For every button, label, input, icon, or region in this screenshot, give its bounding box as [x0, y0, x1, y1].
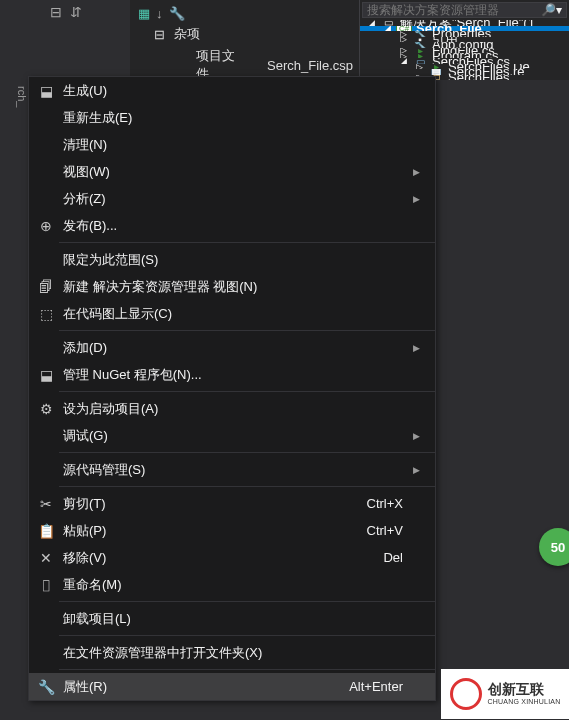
search-box[interactable]: 🔎▾	[362, 2, 567, 18]
editor-gutter: ⊟⇵	[0, 0, 130, 80]
publish-icon: ⊕	[33, 215, 59, 237]
submenu-arrow-icon: ▶	[413, 431, 427, 441]
paste-icon: 📋	[33, 520, 59, 542]
submenu-arrow-icon: ▶	[413, 194, 427, 204]
logo-text-cn: 创新互联	[488, 681, 561, 698]
ctx-build[interactable]: ⬓ 生成(U)	[29, 77, 435, 104]
ctx-analyze[interactable]: 分析(Z) ▶	[29, 185, 435, 212]
shortcut-label: Ctrl+X	[367, 496, 413, 511]
ctx-new-view[interactable]: 🗐 新建 解决方案资源管理器 视图(N)	[29, 273, 435, 300]
separator	[59, 452, 435, 453]
ctx-scope[interactable]: 限定为此范围(S)	[29, 246, 435, 273]
ctx-add[interactable]: 添加(D) ▶	[29, 334, 435, 361]
toolbar-icon-2[interactable]: ↓	[156, 6, 163, 21]
build-icon: ⬓	[33, 80, 59, 102]
wrench-icon: 🔧	[33, 676, 59, 698]
logo-icon	[450, 678, 482, 710]
ctx-remove[interactable]: ✕ 移除(V) Del	[29, 544, 435, 571]
remove-icon: ✕	[33, 547, 59, 569]
toolbar-icon-1[interactable]: ▦	[138, 6, 150, 21]
project-file-value[interactable]: Serch_File.csp	[267, 58, 353, 73]
ctx-open-folder[interactable]: 在文件资源管理器中打开文件夹(X)	[29, 639, 435, 666]
separator	[59, 635, 435, 636]
separator	[59, 601, 435, 602]
shortcut-label: Ctrl+V	[367, 523, 413, 538]
ctx-cut[interactable]: ✂ 剪切(T) Ctrl+X	[29, 490, 435, 517]
collapse-icon[interactable]: ⊟	[150, 26, 168, 42]
ctx-debug[interactable]: 调试(G) ▶	[29, 422, 435, 449]
solution-explorer: 🔎▾ ◢ ▭ 解决方案"Serch_File"(1 ◢ C# Serch_Fil…	[359, 0, 569, 80]
search-icon[interactable]: 🔎▾	[537, 3, 566, 17]
rename-icon: ⌷	[33, 574, 59, 596]
ctx-properties[interactable]: 🔧 属性(R) Alt+Enter	[29, 673, 435, 700]
ctx-codemap[interactable]: ⬚ 在代码图上显示(C)	[29, 300, 435, 327]
codemap-icon: ⬚	[33, 303, 59, 325]
separator	[59, 242, 435, 243]
ctx-startup[interactable]: ⚙ 设为启动项目(A)	[29, 395, 435, 422]
wrench-icon[interactable]: 🔧	[169, 6, 185, 21]
separator	[59, 391, 435, 392]
ctx-paste[interactable]: 📋 粘贴(P) Ctrl+V	[29, 517, 435, 544]
logo-text-en: CHUANG XINHULIAN	[488, 698, 561, 706]
nuget-icon: ⬓	[33, 364, 59, 386]
separator	[59, 669, 435, 670]
ctx-publish[interactable]: ⊕ 发布(B)...	[29, 212, 435, 239]
search-input[interactable]	[363, 3, 537, 17]
submenu-arrow-icon: ▶	[413, 465, 427, 475]
ctx-nuget[interactable]: ⬓ 管理 NuGet 程序包(N)...	[29, 361, 435, 388]
gear-icon: ⚙	[33, 398, 59, 420]
shortcut-label: Alt+Enter	[349, 679, 413, 694]
separator	[59, 486, 435, 487]
misc-label: 杂项	[174, 25, 200, 43]
submenu-arrow-icon: ▶	[413, 343, 427, 353]
ctx-rename[interactable]: ⌷ 重命名(M)	[29, 571, 435, 598]
ctx-view[interactable]: 视图(W) ▶	[29, 158, 435, 185]
project-context-menu: ⬓ 生成(U) 重新生成(E) 清理(N) 视图(W) ▶ 分析(Z) ▶ ⊕ …	[28, 76, 436, 701]
ctx-source-control[interactable]: 源代码管理(S) ▶	[29, 456, 435, 483]
submenu-arrow-icon: ▶	[413, 167, 427, 177]
ctx-clean[interactable]: 清理(N)	[29, 131, 435, 158]
watermark-logo: 创新互联 CHUANG XINHULIAN	[441, 669, 569, 719]
node-label: SerchFiles	[448, 75, 509, 80]
separator	[59, 330, 435, 331]
properties-pane: ▦ ↓ 🔧 ⊟ 杂项 项目文件 Serch_File.csp	[130, 0, 359, 80]
ctx-unload[interactable]: 卸载项目(L)	[29, 605, 435, 632]
scissors-icon: ✂	[33, 493, 59, 515]
ctx-rebuild[interactable]: 重新生成(E)	[29, 104, 435, 131]
shortcut-label: Del	[383, 550, 413, 565]
new-view-icon: 🗐	[33, 276, 59, 298]
collapsed-tab[interactable]: rch_	[0, 80, 28, 668]
scroll-badge[interactable]: 50	[539, 528, 569, 566]
